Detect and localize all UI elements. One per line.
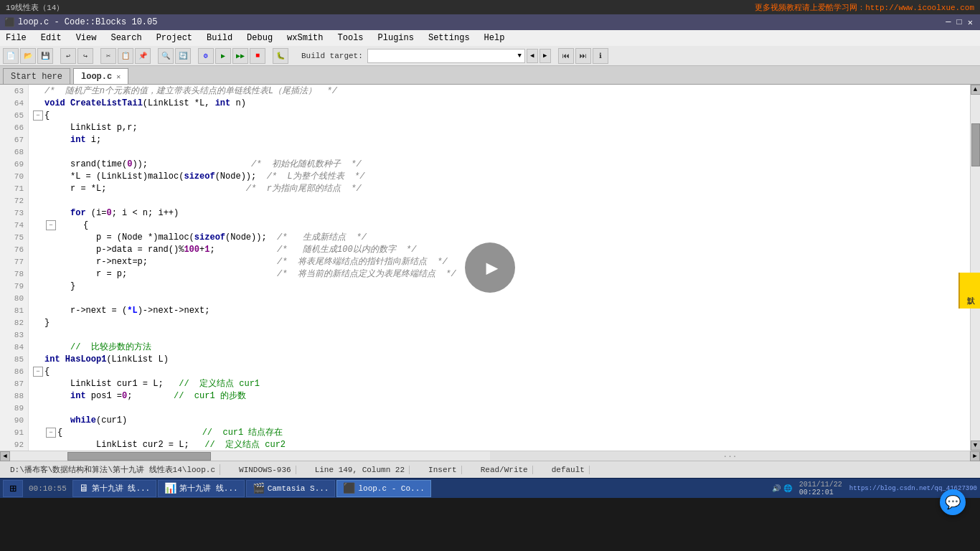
status-bar: D:\播布客\数据结构和算法\第十九讲 线性表14\loop.c WINDOWS… [0, 461, 980, 478]
code-line-92: LinkList cur2 = L; // 定义结点 cur2 [29, 438, 970, 451]
tab-loop-c-label: loop.c [81, 72, 112, 82]
tab-loop-c[interactable]: loop.c ✕ [73, 68, 128, 84]
fold-91[interactable]: − [46, 428, 56, 438]
code-line-88: int pos1 = 0; // cur1 的步数 [29, 390, 970, 402]
chat-icon: 💬 [945, 494, 961, 510]
app-icon: ⬛ [4, 17, 15, 28]
build-next-button[interactable]: ▶ [540, 49, 551, 63]
menu-build[interactable]: Build [204, 32, 235, 44]
tab-close-button[interactable]: ✕ [116, 72, 121, 81]
line-71: 71 [0, 182, 28, 194]
compile-button[interactable]: ⚙ [198, 48, 214, 64]
maximize-button[interactable]: □ [957, 17, 962, 27]
undo-button[interactable]: ↩ [60, 48, 76, 64]
info-button[interactable]: ℹ [593, 48, 608, 64]
scroll-up-button[interactable]: ▲ [971, 85, 981, 95]
taskbar-item-3[interactable]: 🎬 Camtasia S... [246, 480, 336, 497]
stop-button[interactable]: ■ [250, 48, 265, 64]
code-line-91: − { // cur1 结点存在 [29, 426, 970, 438]
line-73: 73 [0, 207, 28, 219]
scroll-thumb[interactable] [971, 123, 980, 166]
build-prev-button[interactable]: ◀ [527, 49, 538, 63]
code-line-82: } [29, 316, 970, 329]
menu-project[interactable]: Project [154, 32, 195, 44]
replace-button[interactable]: 🔄 [175, 48, 191, 64]
fold-65[interactable]: − [33, 110, 43, 121]
line-63: 63 [0, 85, 28, 97]
taskbar-item-1[interactable]: 🖥 第十九讲 线... [72, 480, 156, 497]
fold-74[interactable]: − [46, 220, 56, 230]
taskbar-item-2[interactable]: 📊 第十九讲 线... [158, 480, 244, 497]
menu-tools[interactable]: Tools [335, 32, 367, 44]
horizontal-scrollbar[interactable]: ◀ ··· ▶ [0, 451, 980, 461]
line-76: 76 [0, 243, 28, 255]
code-line-85: int HasLoop1(LinkList L) [29, 353, 970, 365]
save-button[interactable]: 💾 [37, 48, 53, 64]
top-banner: 19线性表（14） 更多视频教程请上爱酷学习网：http://www.icool… [0, 0, 980, 14]
tab-start-here[interactable]: Start here [3, 68, 70, 84]
menu-edit[interactable]: Edit [38, 32, 65, 44]
status-access: Read/Write [476, 466, 533, 474]
run-button[interactable]: ▶ [215, 48, 231, 64]
banner-right: 更多视频教程请上爱酷学习网：http://www.icoolxue.com [755, 2, 974, 13]
menu-file[interactable]: File [3, 32, 29, 44]
minimize-button[interactable]: ─ [946, 17, 951, 27]
code-line-64: void CreateListTail(LinkList *L, int n) [29, 97, 970, 109]
close-button[interactable]: ✕ [968, 17, 973, 28]
tray-time: 2011/11/22 00:22:01 [799, 481, 842, 496]
menu-plugins[interactable]: Plugins [375, 32, 417, 44]
tray-icon-2: 🌐 [783, 484, 792, 493]
code-line-83 [29, 329, 970, 341]
line-78: 78 [0, 268, 28, 280]
cut-button[interactable]: ✂ [100, 48, 116, 64]
line-81: 81 [0, 304, 28, 316]
build-run-button[interactable]: ▶▶ [232, 48, 248, 64]
line-66: 66 [0, 121, 28, 133]
status-position: Line 149, Column 22 [311, 466, 410, 474]
fold-86[interactable]: − [33, 367, 43, 377]
code-line-86: − { [29, 365, 970, 377]
code-line-74: − { [29, 219, 970, 231]
chat-bubble[interactable]: 💬 [940, 489, 966, 515]
code-line-75: p = (Node *)malloc(sizeof(Node)); /* 生成新… [29, 231, 970, 243]
code-line-65: − { [29, 109, 970, 121]
copy-button[interactable]: 📋 [118, 48, 133, 64]
build-target-input[interactable]: ▼ [367, 49, 525, 63]
line-68: 68 [0, 146, 28, 158]
scroll-right-button[interactable]: ▶ [970, 451, 980, 461]
code-line-81: r->next = (*L)->next->next; [29, 304, 970, 316]
title-bar-text: loop.c - Code::Blocks 10.05 [18, 17, 157, 27]
taskbar-item-4[interactable]: ⬛ loop.c - Co... [336, 480, 430, 497]
step-fwd-button[interactable]: ⏭ [575, 48, 591, 64]
scroll-down-button[interactable]: ▼ [971, 441, 981, 451]
menu-search[interactable]: Search [108, 32, 144, 44]
menu-wxsmith[interactable]: wxSmith [284, 32, 326, 44]
line-77: 77 [0, 255, 28, 268]
play-button[interactable] [465, 242, 515, 293]
scroll-left-button[interactable]: ◀ [0, 451, 10, 461]
line-69: 69 [0, 158, 28, 170]
vertical-scrollbar[interactable]: ▲ ▼ [970, 85, 980, 451]
step-back-button[interactable]: ⏮ [558, 48, 574, 64]
open-button[interactable]: 📂 [20, 48, 36, 64]
line-64: 64 [0, 97, 28, 109]
scroll-h-track[interactable] [10, 451, 490, 461]
menu-settings[interactable]: Settings [425, 32, 473, 44]
sticky-note[interactable]: 默认 [958, 273, 980, 309]
new-button[interactable]: 📄 [3, 48, 19, 64]
scroll-track[interactable] [971, 95, 980, 441]
menu-debug[interactable]: Debug [244, 32, 275, 44]
start-button[interactable]: ⊞ [3, 480, 23, 497]
debug-button[interactable]: 🐛 [273, 48, 288, 64]
menu-view[interactable]: View [73, 32, 100, 44]
scroll-h-thumb[interactable] [67, 452, 211, 461]
menu-help[interactable]: Help [481, 32, 508, 44]
find-button[interactable]: 🔍 [158, 48, 174, 64]
code-line-70: *L = (LinkList)malloc(sizeof(Node)); /* … [29, 170, 970, 182]
build-target-label: Build target: [301, 52, 363, 60]
paste-button[interactable]: 📌 [135, 48, 151, 64]
code-line-69: srand(time(0)); /* 初始化随机数种子 */ [29, 158, 970, 170]
scroll-h-dots: ··· [490, 451, 970, 461]
redo-button[interactable]: ↪ [77, 48, 93, 64]
code-line-90: while(cur1) [29, 414, 970, 426]
